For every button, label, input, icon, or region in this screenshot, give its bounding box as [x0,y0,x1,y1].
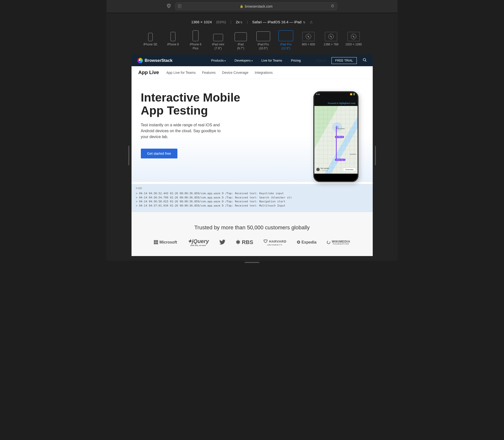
subnav-device-coverage[interactable]: Device Coverage [222,71,248,75]
nav-products[interactable]: Products▾ [211,59,225,62]
phone-time: 9:41 [316,93,320,96]
brand-twitter [219,240,225,245]
route-pin: Union Sq S [335,159,346,161]
wikimedia-icon [326,240,331,245]
responsive-design-toolbar: 1366 × 1024 (63%) | 2x⇅ | Safari — iPadO… [107,13,397,55]
page-viewport: BrowserStack Products▾ Developers▾ Live … [131,55,373,256]
phone-map: Manhattan Queens E 57th St Union Sq S Re… [314,106,358,174]
logs-panel: Logs > 04-14 04:36:52.443 02-26 08:00:36… [131,184,373,212]
logs-title: Logs [136,186,368,190]
brand-wikimedia: WIKIMEDIA FOUNDATION [327,240,350,245]
pixel-ratio[interactable]: 2x⇅ [236,20,242,24]
resize-handle-left[interactable] [128,146,129,165]
rbs-icon: ✱ [236,239,240,246]
subnav-app-live-teams[interactable]: App Live for Teams [166,71,196,75]
url-domain: browserstack.com [245,4,273,8]
harvard-shield-icon: 🛡 [264,239,268,244]
hero-section: Interactive MobileApp Testing Test insta… [131,79,373,182]
search-icon[interactable] [363,58,367,63]
device-preset[interactable]: iPad mini(7.9") [210,30,227,50]
brand-jquery: ✦jQuery write less, do more [187,238,209,246]
recenter-control: Re-center• 7.5 km [316,167,329,172]
device-preset[interactable]: iPad Pro(12.9") [277,30,294,50]
get-started-button[interactable]: Get started free [141,149,177,158]
phone-mockup: 9:41 📶 🔋 Proceed to highlighted route Ma… [313,91,359,182]
subnav-features[interactable]: Features [202,71,216,75]
route-pin: E 57th St [335,136,344,138]
log-line: > 04-14 04:37:01.034 02-26 08:00:36.850/… [136,204,368,208]
bs-logo-icon [137,58,143,63]
device-preset[interactable]: iPad Pro(10.5") [255,30,272,50]
viewport-dimensions[interactable]: 1366 × 1024 [191,20,212,24]
phone-proceed-text: Proceed to highlighted route [316,102,356,105]
bs-header: BrowserStack Products▾ Developers▾ Live … [131,55,373,66]
bs-logo[interactable]: BrowserStack [137,58,172,63]
hero-description: Test instantly on a wide range of real i… [141,122,222,140]
device-preset[interactable]: iPhone SE [142,30,159,47]
bs-brand-text: BrowserStack [145,58,172,63]
device-preset-row: iPhone SEiPhone 8iPhone 8PlusiPad mini(7… [107,30,397,50]
log-line: > 04-14 04:36:58.023 02-26 08:00:36.850/… [136,200,368,204]
brand-rbs: ✱ RBS [236,239,253,246]
lock-icon: 🔒 [240,5,243,8]
sub-nav: App Live App Live for Teams Features Dev… [131,66,373,79]
microsoft-icon [154,240,158,244]
hero-heading: Interactive MobileApp Testing [141,91,278,117]
reload-icon[interactable] [331,4,335,9]
brand-harvard: 🛡 HARVARD UNIVERSITY [264,239,287,246]
log-line: > 04-14 04:36:54.709 02-26 08:00:36.850/… [136,196,368,200]
brand-expedia: ✪ Expedia [297,240,317,245]
resize-handle-right[interactable] [375,146,376,165]
expedia-icon: ✪ [297,240,300,245]
subnav-integrations[interactable]: Integrations [255,71,273,75]
device-custom-size[interactable]: 1920 × 1080 [345,30,362,47]
warning-icon[interactable]: ⚠︎ [310,20,313,24]
brand-microsoft: Microsoft [154,240,177,245]
reader-icon[interactable] [178,4,181,9]
phone-status-icons: 📶 🔋 [350,93,355,96]
user-agent[interactable]: Safari — iPadOS 16.4 — iPad ⇅ [252,20,305,24]
device-preset[interactable]: iPad(9.7") [232,30,249,50]
product-title[interactable]: App Live [138,70,159,75]
nav-pricing[interactable]: Pricing [291,59,301,62]
zoom-percentage[interactable]: (63%) [216,20,226,24]
overview-button: Overview [343,168,355,171]
url-bar[interactable]: 🔒 browserstack.com [175,2,337,10]
device-custom-size[interactable]: 1366 × 768 [322,30,340,47]
privacy-shield-icon[interactable] [167,4,171,9]
resize-handle-bottom[interactable] [245,262,259,263]
device-preset[interactable]: iPhone 8Plus [187,30,204,50]
trusted-section: Trusted by more than 50,000 customers gl… [131,212,373,256]
log-line: > 04-14 04:36:52.443 02-26 08:00:36.850/… [136,192,368,196]
free-trial-button[interactable]: FREE TRIAL [332,57,357,64]
sign-in-link[interactable]: Sign in [316,59,326,62]
svg-line-5 [365,61,366,62]
device-custom-size[interactable]: 800 × 600 [300,30,317,47]
nav-live-for-teams[interactable]: Live for Teams [262,59,282,62]
nav-developers[interactable]: Developers▾ [235,59,253,62]
trusted-heading: Trusted by more than 50,000 customers gl… [136,224,368,231]
svg-point-4 [363,58,366,61]
device-preset[interactable]: iPhone 8 [164,30,182,47]
browser-chrome: 🔒 browserstack.com [107,0,397,13]
